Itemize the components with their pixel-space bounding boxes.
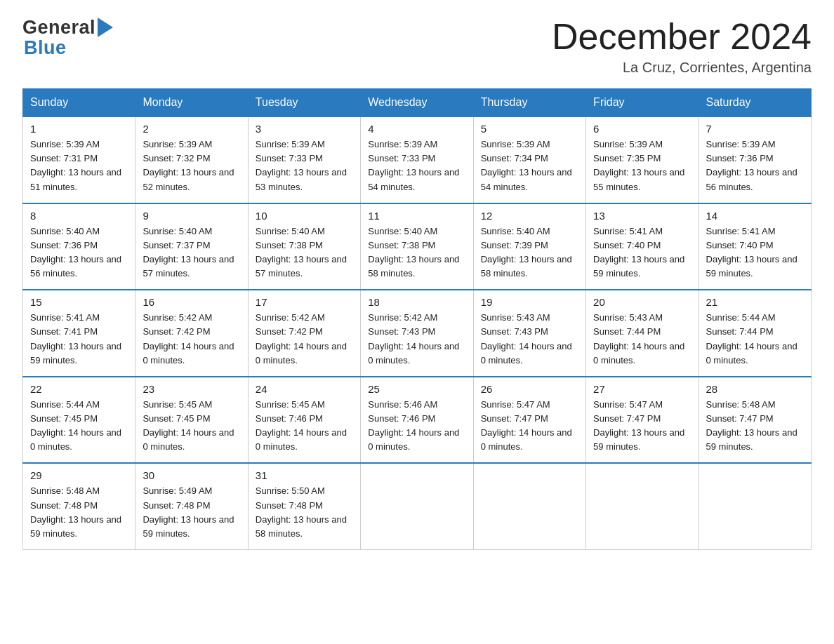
day-info-line: Sunrise: 5:43 AM: [593, 311, 691, 325]
day-number: 4: [368, 123, 465, 135]
logo: General Blue: [22, 17, 113, 59]
day-info: Sunrise: 5:39 AMSunset: 7:31 PMDaylight:…: [30, 137, 128, 194]
day-number: 21: [706, 296, 804, 308]
day-info-line: Sunset: 7:43 PM: [481, 325, 578, 339]
calendar-cell: 8Sunrise: 5:40 AMSunset: 7:36 PMDaylight…: [23, 203, 135, 290]
day-info: Sunrise: 5:42 AMSunset: 7:42 PMDaylight:…: [143, 311, 240, 368]
calendar-cell: 22Sunrise: 5:44 AMSunset: 7:45 PMDayligh…: [23, 377, 135, 464]
calendar-cell: 18Sunrise: 5:42 AMSunset: 7:43 PMDayligh…: [361, 290, 473, 377]
calendar-cell: 15Sunrise: 5:41 AMSunset: 7:41 PMDayligh…: [23, 290, 135, 377]
calendar-cell: 3Sunrise: 5:39 AMSunset: 7:33 PMDaylight…: [248, 116, 360, 203]
day-info: Sunrise: 5:44 AMSunset: 7:45 PMDaylight:…: [30, 398, 128, 455]
day-number: 1: [30, 123, 128, 135]
day-info: Sunrise: 5:41 AMSunset: 7:40 PMDaylight:…: [593, 224, 691, 281]
day-info-line: Sunrise: 5:44 AM: [706, 311, 804, 325]
calendar-week-row: 22Sunrise: 5:44 AMSunset: 7:45 PMDayligh…: [23, 377, 812, 464]
day-info-line: Daylight: 13 hours and 57 minutes.: [256, 253, 353, 281]
calendar-week-row: 29Sunrise: 5:48 AMSunset: 7:48 PMDayligh…: [23, 463, 812, 549]
calendar-cell: [361, 463, 473, 549]
day-number: 22: [30, 383, 128, 395]
day-info-line: Daylight: 13 hours and 59 minutes.: [593, 426, 691, 454]
day-info: Sunrise: 5:39 AMSunset: 7:32 PMDaylight:…: [143, 137, 240, 194]
day-info-line: Sunrise: 5:45 AM: [143, 398, 240, 412]
calendar-cell: 23Sunrise: 5:45 AMSunset: 7:45 PMDayligh…: [135, 377, 248, 464]
calendar-cell: 5Sunrise: 5:39 AMSunset: 7:34 PMDaylight…: [473, 116, 585, 203]
day-number: 29: [30, 469, 128, 481]
day-info-line: Sunrise: 5:41 AM: [593, 224, 691, 239]
calendar-cell: 10Sunrise: 5:40 AMSunset: 7:38 PMDayligh…: [248, 203, 360, 290]
page-header: General Blue December 2024 La Cruz, Corr…: [22, 17, 812, 76]
day-info-line: Daylight: 13 hours and 59 minutes.: [30, 340, 128, 368]
day-number: 24: [256, 383, 353, 395]
day-info-line: Sunset: 7:46 PM: [368, 412, 465, 426]
day-info-line: Daylight: 14 hours and 0 minutes.: [143, 426, 240, 454]
day-info-line: Daylight: 13 hours and 59 minutes.: [143, 513, 240, 541]
day-info-line: Sunrise: 5:42 AM: [143, 311, 240, 325]
day-info: Sunrise: 5:39 AMSunset: 7:35 PMDaylight:…: [593, 137, 691, 194]
day-info: Sunrise: 5:43 AMSunset: 7:44 PMDaylight:…: [593, 311, 691, 368]
day-number: 26: [481, 383, 578, 395]
day-number: 9: [143, 210, 240, 222]
col-header-monday: Monday: [135, 89, 248, 117]
day-number: 3: [256, 123, 353, 135]
day-info-line: Sunset: 7:45 PM: [30, 412, 128, 426]
day-info: Sunrise: 5:39 AMSunset: 7:36 PMDaylight:…: [706, 137, 804, 194]
day-info: Sunrise: 5:47 AMSunset: 7:47 PMDaylight:…: [481, 398, 578, 455]
day-info-line: Sunset: 7:37 PM: [143, 239, 240, 253]
day-info-line: Sunset: 7:36 PM: [30, 239, 128, 253]
day-info-line: Daylight: 13 hours and 55 minutes.: [593, 166, 691, 194]
calendar-cell: 14Sunrise: 5:41 AMSunset: 7:40 PMDayligh…: [699, 203, 811, 290]
day-number: 20: [593, 296, 691, 308]
day-info-line: Sunrise: 5:50 AM: [256, 484, 353, 498]
col-header-thursday: Thursday: [473, 89, 585, 117]
calendar-cell: 4Sunrise: 5:39 AMSunset: 7:33 PMDaylight…: [361, 116, 473, 203]
day-info-line: Daylight: 14 hours and 0 minutes.: [481, 426, 578, 454]
day-info-line: Sunrise: 5:41 AM: [706, 224, 804, 239]
day-number: 11: [368, 210, 465, 222]
day-number: 17: [256, 296, 353, 308]
day-info-line: Daylight: 13 hours and 59 minutes.: [706, 253, 804, 281]
day-info-line: Sunset: 7:47 PM: [706, 412, 804, 426]
title-block: December 2024 La Cruz, Corrientes, Argen…: [552, 17, 812, 76]
day-info-line: Sunrise: 5:41 AM: [30, 311, 128, 325]
day-info: Sunrise: 5:40 AMSunset: 7:38 PMDaylight:…: [368, 224, 465, 281]
day-info-line: Sunrise: 5:39 AM: [256, 137, 353, 152]
calendar-header-row: SundayMondayTuesdayWednesdayThursdayFrid…: [23, 89, 812, 117]
calendar-cell: 25Sunrise: 5:46 AMSunset: 7:46 PMDayligh…: [361, 377, 473, 464]
day-info-line: Daylight: 14 hours and 0 minutes.: [143, 340, 240, 368]
day-info-line: Sunrise: 5:42 AM: [368, 311, 465, 325]
calendar-cell: 31Sunrise: 5:50 AMSunset: 7:48 PMDayligh…: [248, 463, 360, 549]
day-info-line: Sunrise: 5:40 AM: [30, 224, 128, 239]
day-info: Sunrise: 5:45 AMSunset: 7:45 PMDaylight:…: [143, 398, 240, 455]
day-number: 30: [143, 469, 240, 481]
day-info-line: Sunset: 7:33 PM: [368, 152, 465, 166]
day-number: 31: [256, 469, 353, 481]
calendar-cell: [699, 463, 811, 549]
calendar-cell: 9Sunrise: 5:40 AMSunset: 7:37 PMDaylight…: [135, 203, 248, 290]
calendar-cell: 2Sunrise: 5:39 AMSunset: 7:32 PMDaylight…: [135, 116, 248, 203]
day-info-line: Daylight: 13 hours and 58 minutes.: [481, 253, 578, 281]
day-info-line: Sunrise: 5:48 AM: [30, 484, 128, 498]
col-header-tuesday: Tuesday: [248, 89, 360, 117]
day-info: Sunrise: 5:42 AMSunset: 7:42 PMDaylight:…: [256, 311, 353, 368]
calendar-cell: 24Sunrise: 5:45 AMSunset: 7:46 PMDayligh…: [248, 377, 360, 464]
day-info-line: Sunset: 7:46 PM: [256, 412, 353, 426]
col-header-saturday: Saturday: [699, 89, 811, 117]
month-title: December 2024: [552, 17, 812, 57]
col-header-friday: Friday: [586, 89, 699, 117]
calendar-cell: 7Sunrise: 5:39 AMSunset: 7:36 PMDaylight…: [699, 116, 811, 203]
logo-general-text: General: [22, 17, 95, 39]
calendar-cell: 29Sunrise: 5:48 AMSunset: 7:48 PMDayligh…: [23, 463, 135, 549]
day-info-line: Sunset: 7:44 PM: [593, 325, 691, 339]
day-info: Sunrise: 5:39 AMSunset: 7:33 PMDaylight:…: [368, 137, 465, 194]
day-info-line: Daylight: 13 hours and 59 minutes.: [706, 426, 804, 454]
day-info: Sunrise: 5:49 AMSunset: 7:48 PMDaylight:…: [143, 484, 240, 541]
day-number: 19: [481, 296, 578, 308]
day-info: Sunrise: 5:39 AMSunset: 7:33 PMDaylight:…: [256, 137, 353, 194]
day-info: Sunrise: 5:39 AMSunset: 7:34 PMDaylight:…: [481, 137, 578, 194]
day-info: Sunrise: 5:42 AMSunset: 7:43 PMDaylight:…: [368, 311, 465, 368]
day-info: Sunrise: 5:40 AMSunset: 7:38 PMDaylight:…: [256, 224, 353, 281]
day-info-line: Sunrise: 5:43 AM: [481, 311, 578, 325]
day-info: Sunrise: 5:43 AMSunset: 7:43 PMDaylight:…: [481, 311, 578, 368]
calendar-cell: 11Sunrise: 5:40 AMSunset: 7:38 PMDayligh…: [361, 203, 473, 290]
